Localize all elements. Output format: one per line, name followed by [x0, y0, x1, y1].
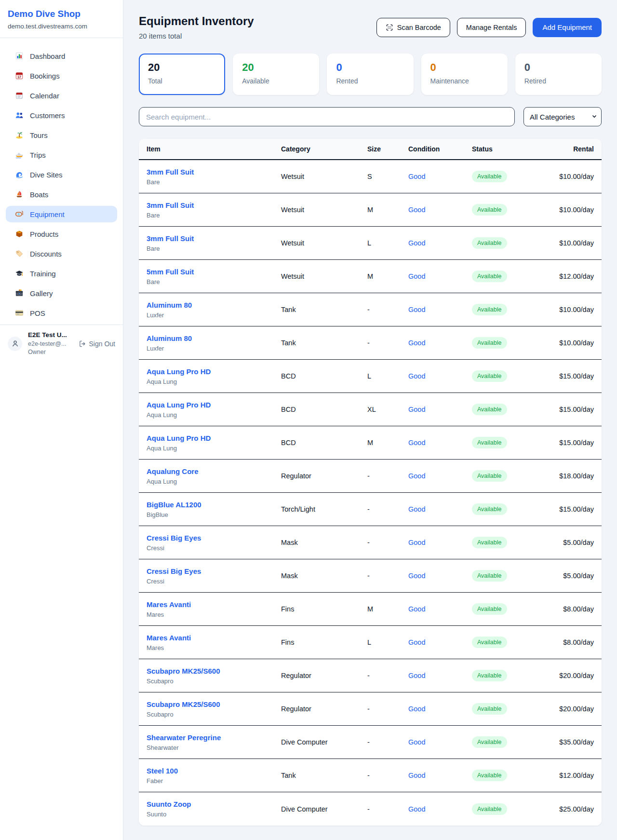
- condition-link[interactable]: Good: [408, 406, 425, 413]
- condition-link[interactable]: Good: [408, 306, 425, 313]
- sidebar-item-pos[interactable]: POS: [6, 305, 117, 321]
- search-input[interactable]: [139, 107, 515, 126]
- sidebar-item-dashboard[interactable]: Dashboard: [6, 48, 117, 64]
- status-badge: Available: [472, 337, 507, 349]
- size-cell: -: [367, 572, 408, 580]
- sidebar-item-training[interactable]: Training: [6, 265, 117, 282]
- stat-value: 20: [242, 61, 310, 74]
- status-badge: Available: [472, 770, 507, 781]
- condition-link[interactable]: Good: [408, 472, 425, 480]
- item-name-link[interactable]: Aluminum 80: [147, 301, 192, 309]
- rental-cell: $5.00/day: [544, 539, 594, 546]
- stat-card-available[interactable]: 20Available: [233, 54, 319, 95]
- condition-link[interactable]: Good: [408, 206, 425, 214]
- category-cell: Regulator: [281, 472, 367, 480]
- condition-link[interactable]: Good: [408, 372, 425, 380]
- condition-link[interactable]: Good: [408, 672, 425, 679]
- user-section: E2E Test U... e2e-tester@... Owner Sign …: [0, 325, 123, 362]
- condition-link[interactable]: Good: [408, 173, 425, 180]
- condition-link[interactable]: Good: [408, 738, 425, 746]
- item-name-link[interactable]: Aqua Lung Pro HD: [147, 367, 211, 376]
- item-name-link[interactable]: Suunto Zoop: [147, 800, 191, 808]
- sidebar-item-trips[interactable]: Trips: [6, 147, 117, 163]
- condition-cell: Good: [408, 438, 472, 447]
- scan-barcode-button[interactable]: Scan Barcode: [376, 18, 450, 37]
- category-cell: BCD: [281, 406, 367, 413]
- item-name-link[interactable]: Cressi Big Eyes: [147, 567, 201, 575]
- status-cell: Available: [472, 637, 544, 648]
- item-name-link[interactable]: Shearwater Peregrine: [147, 733, 221, 742]
- item-name-link[interactable]: Mares Avanti: [147, 600, 191, 609]
- item-name-link[interactable]: Aqua Lung Pro HD: [147, 434, 211, 442]
- sidebar-item-discounts[interactable]: Discounts: [6, 245, 117, 262]
- condition-link[interactable]: Good: [408, 505, 425, 513]
- condition-link[interactable]: Good: [408, 805, 425, 813]
- condition-link[interactable]: Good: [408, 605, 425, 613]
- item-name-link[interactable]: Aqualung Core: [147, 467, 199, 475]
- stat-card-maintenance[interactable]: 0Maintenance: [421, 54, 508, 95]
- condition-cell: Good: [408, 305, 472, 314]
- status-badge: Available: [472, 404, 507, 415]
- size-cell: -: [367, 339, 408, 347]
- condition-cell: Good: [408, 239, 472, 247]
- condition-link[interactable]: Good: [408, 772, 425, 779]
- calendar-icon: [14, 91, 24, 100]
- condition-link[interactable]: Good: [408, 539, 425, 546]
- sidebar-item-label: Gallery: [30, 289, 53, 298]
- item-name-link[interactable]: Scubapro MK25/S600: [147, 700, 220, 708]
- item-brand: Cressi: [147, 578, 281, 585]
- stat-card-total[interactable]: 20Total: [139, 54, 225, 95]
- item-cell: Mares AvantiMares: [147, 600, 281, 618]
- manage-rentals-button[interactable]: Manage Rentals: [457, 18, 526, 37]
- item-cell: 3mm Full SuitBare: [147, 234, 281, 252]
- rental-cell: $12.00/day: [544, 772, 594, 779]
- condition-link[interactable]: Good: [408, 439, 425, 447]
- sidebar-item-calendar[interactable]: Calendar: [6, 87, 117, 104]
- size-cell: M: [367, 605, 408, 613]
- sign-out-button[interactable]: Sign Out: [79, 340, 115, 348]
- add-equipment-button[interactable]: Add Equipment: [533, 18, 602, 37]
- item-name-link[interactable]: 3mm Full Suit: [147, 234, 194, 243]
- item-name-link[interactable]: Mares Avanti: [147, 634, 191, 642]
- brand-title: Demo Dive Shop: [8, 9, 115, 19]
- item-name-link[interactable]: Aqua Lung Pro HD: [147, 401, 211, 409]
- item-name-link[interactable]: 3mm Full Suit: [147, 168, 194, 176]
- stat-card-rented[interactable]: 0Rented: [327, 54, 413, 95]
- item-name-link[interactable]: BigBlue AL1200: [147, 501, 201, 509]
- item-name-link[interactable]: 5mm Full Suit: [147, 268, 194, 276]
- rental-cell: $15.00/day: [544, 372, 594, 380]
- sidebar-item-dive-sites[interactable]: Dive Sites: [6, 166, 117, 183]
- size-cell: L: [367, 239, 408, 247]
- condition-link[interactable]: Good: [408, 339, 425, 347]
- table-row: Mares AvantiMaresFinsMGoodAvailable$8.00…: [139, 593, 602, 626]
- stat-card-retired[interactable]: 0Retired: [515, 54, 602, 95]
- status-cell: Available: [472, 537, 544, 548]
- item-name-link[interactable]: Cressi Big Eyes: [147, 534, 201, 542]
- category-cell: Wetsuit: [281, 239, 367, 247]
- condition-link[interactable]: Good: [408, 272, 425, 280]
- size-cell: S: [367, 173, 408, 180]
- bar-chart-icon: [14, 52, 24, 60]
- status-cell: Available: [472, 404, 544, 415]
- item-name-link[interactable]: Steel 100: [147, 767, 178, 775]
- sidebar-item-bookings[interactable]: 17Bookings: [6, 68, 117, 84]
- sidebar-item-boats[interactable]: Boats: [6, 186, 117, 203]
- sidebar-item-products[interactable]: Products: [6, 226, 117, 242]
- category-cell: Wetsuit: [281, 206, 367, 214]
- rental-cell: $10.00/day: [544, 239, 594, 247]
- person-icon: [11, 339, 19, 348]
- condition-link[interactable]: Good: [408, 572, 425, 580]
- sidebar-item-tours[interactable]: Tours: [6, 127, 117, 143]
- category-select[interactable]: All Categories: [523, 107, 602, 126]
- condition-link[interactable]: Good: [408, 705, 425, 713]
- condition-link[interactable]: Good: [408, 239, 425, 247]
- sidebar-item-gallery[interactable]: Gallery: [6, 285, 117, 301]
- condition-link[interactable]: Good: [408, 638, 425, 646]
- item-name-link[interactable]: Scubapro MK25/S600: [147, 667, 220, 675]
- sidebar-item-customers[interactable]: Customers: [6, 107, 117, 123]
- item-brand: Bare: [147, 212, 281, 219]
- table-row: Aqua Lung Pro HDAqua LungBCDMGoodAvailab…: [139, 426, 602, 460]
- item-name-link[interactable]: 3mm Full Suit: [147, 201, 194, 209]
- item-name-link[interactable]: Aluminum 80: [147, 334, 192, 342]
- sidebar-item-equipment[interactable]: Equipment: [6, 206, 117, 222]
